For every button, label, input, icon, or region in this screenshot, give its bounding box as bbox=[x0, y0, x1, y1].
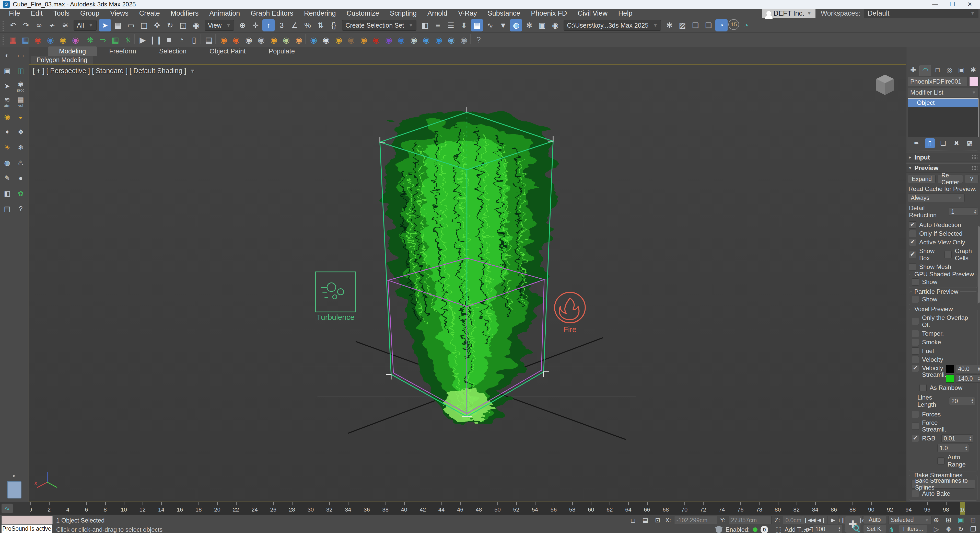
forces-checkbox[interactable] bbox=[912, 411, 919, 418]
dock-foliage-icon[interactable]: ✿ bbox=[15, 188, 26, 199]
show-end-result-icon[interactable]: ▯ bbox=[925, 138, 935, 148]
menu-item[interactable]: Edit bbox=[25, 10, 48, 18]
active-view-only-checkbox[interactable] bbox=[909, 239, 916, 246]
viewport[interactable]: [ + ] [ Perspective ] [ Standard ] [ Def… bbox=[29, 64, 906, 502]
open-folder-icon[interactable]: ▨ bbox=[676, 19, 689, 32]
temperature-checkbox[interactable] bbox=[912, 330, 919, 337]
dock-pick-icon[interactable]: ➤ bbox=[2, 81, 13, 92]
preset-blood-icon[interactable]: ◉ bbox=[370, 34, 382, 46]
spinner-snap-icon[interactable]: ⇅ bbox=[315, 19, 327, 32]
zoom-extents-icon[interactable]: ▣ bbox=[955, 515, 967, 524]
show-box-checkbox[interactable] bbox=[909, 251, 916, 258]
rgb-max-spinner[interactable]: 1.0 bbox=[937, 444, 969, 452]
unlink-selection-icon[interactable]: ≁ bbox=[46, 19, 58, 32]
plain-force-icon[interactable]: ⇒ bbox=[97, 34, 109, 46]
streamline-min-spinner[interactable]: 40.0 bbox=[956, 365, 980, 373]
workspace-select[interactable]: Default ▼ bbox=[864, 9, 978, 18]
auto-reduction-checkbox[interactable] bbox=[909, 221, 916, 228]
reference-coordinate-select[interactable]: View ▼ bbox=[205, 20, 234, 31]
percent-snap-icon[interactable]: % bbox=[301, 19, 314, 32]
menu-item[interactable]: Customize bbox=[341, 10, 385, 18]
spinner-arrows-icon[interactable] bbox=[974, 209, 977, 214]
expand-button[interactable]: Expand bbox=[908, 175, 935, 183]
field-of-view-icon[interactable]: ▷ bbox=[931, 525, 942, 533]
snaps-toggle-icon[interactable]: 3 bbox=[275, 19, 288, 32]
select-and-scale-icon[interactable]: ◱ bbox=[177, 19, 189, 32]
use-pivot-center-icon[interactable]: ⊕ bbox=[236, 19, 248, 32]
layer-explorer-icon[interactable]: ☰ bbox=[445, 19, 457, 32]
menu-item[interactable]: Arnold bbox=[422, 10, 453, 18]
menu-item[interactable]: Modifiers bbox=[165, 10, 204, 18]
streamline-end-color-swatch[interactable] bbox=[946, 375, 954, 383]
object-name-field[interactable]: PhoenixFDFire001 bbox=[908, 77, 968, 86]
preset-smoke-icon[interactable]: ◉ bbox=[243, 34, 255, 46]
utilities-tab[interactable]: ✱ bbox=[967, 65, 979, 75]
user-account-menu[interactable]: DEFT Inc. ▼ bbox=[762, 9, 816, 18]
mini-curve-editor-button[interactable]: ∿ bbox=[2, 504, 13, 513]
shield-icon[interactable] bbox=[715, 526, 722, 533]
keyboard-override-icon[interactable]: ↑ bbox=[262, 19, 275, 32]
stop-simulation-icon[interactable]: ■ bbox=[163, 34, 175, 46]
dock-half-icon[interactable]: ◧ bbox=[2, 188, 13, 199]
play-button[interactable]: ▶ bbox=[828, 516, 838, 524]
absolute-mode-icon[interactable]: ⊡ bbox=[653, 516, 662, 524]
preset-candle-icon[interactable]: ◉ bbox=[268, 34, 280, 46]
rectangular-selection-icon[interactable]: ▭ bbox=[125, 19, 137, 32]
preset-waterfall-icon[interactable]: ◉ bbox=[408, 34, 420, 46]
undo-icon[interactable]: ↶ bbox=[7, 19, 19, 32]
scene-converter-badge[interactable]: 15 bbox=[729, 19, 739, 30]
project-folder-select[interactable]: C:\Users\koy...3ds Max 2025 ▼ bbox=[563, 20, 661, 31]
menu-item[interactable]: Graph Editors bbox=[245, 10, 299, 18]
bind-to-space-warp-icon[interactable]: ≋ bbox=[59, 19, 71, 32]
fire-smoke-sim-icon[interactable]: ▦ bbox=[7, 34, 19, 46]
preset-waves-icon[interactable]: ◉ bbox=[433, 34, 445, 46]
fuel-checkbox[interactable] bbox=[912, 348, 919, 354]
select-and-link-icon[interactable]: ∞ bbox=[33, 19, 45, 32]
graph-cells-checkbox[interactable] bbox=[945, 251, 951, 258]
modifier-list-select[interactable]: Modifier List ▼ bbox=[908, 88, 978, 97]
previous-frame-button[interactable]: ◀❙ bbox=[816, 516, 827, 524]
particle-show-checkbox[interactable] bbox=[912, 296, 919, 303]
preset-fire-icon[interactable]: ◉ bbox=[218, 34, 230, 46]
named-selection-sets-icon[interactable]: {} bbox=[328, 19, 340, 32]
preview-rollout-header[interactable]: ▾ Preview bbox=[907, 163, 980, 172]
dock-volume-icon[interactable]: ▦ vol bbox=[15, 96, 26, 107]
detail-reduction-spinner[interactable]: 1 bbox=[949, 207, 978, 216]
frame-step-arrows-icon[interactable]: ◀▶ bbox=[804, 527, 811, 532]
grid-texture-icon[interactable]: ▦ bbox=[109, 34, 121, 46]
viewport-label[interactable]: [ + ] [ Perspective ] [ Standard ] [ Def… bbox=[33, 67, 186, 75]
render-setup-icon[interactable]: ✻ bbox=[523, 19, 535, 32]
angle-snap-icon[interactable]: ∠ bbox=[288, 19, 301, 32]
turbulence-helper-icon[interactable]: ❋ bbox=[84, 34, 96, 46]
remove-modifier-icon[interactable]: ✖ bbox=[951, 138, 962, 148]
help-button[interactable]: ? bbox=[965, 175, 978, 183]
select-object-icon[interactable]: ➤ bbox=[99, 19, 111, 32]
preset-honey-icon[interactable]: ◉ bbox=[358, 34, 370, 46]
rgb-min-spinner[interactable]: 0.01 bbox=[942, 434, 973, 442]
dope-sheet-icon[interactable]: ▼ bbox=[497, 19, 509, 32]
orbit-icon[interactable]: ↻ bbox=[955, 525, 967, 533]
spinner-arrows-icon[interactable] bbox=[838, 527, 841, 532]
liquid-source-icon[interactable]: ◉ bbox=[45, 34, 56, 46]
spinner-arrows-icon[interactable] bbox=[965, 445, 968, 451]
ribbon-tab[interactable]: Selection bbox=[148, 47, 197, 56]
panel-scrollbar[interactable] bbox=[978, 226, 980, 303]
menu-item[interactable]: Civil View bbox=[572, 10, 613, 18]
rgb-checkbox[interactable] bbox=[912, 435, 919, 442]
close-icon[interactable]: ✕ bbox=[963, 1, 977, 8]
restore-simulation-icon[interactable]: ◔ bbox=[175, 34, 188, 46]
dock-atmos-icon[interactable]: ≋ atm bbox=[2, 96, 13, 107]
menu-item[interactable]: Views bbox=[105, 10, 134, 18]
auto-range-checkbox[interactable] bbox=[937, 457, 945, 464]
pause-simulation-icon[interactable]: ❙❙ bbox=[149, 34, 162, 46]
select-and-move-icon[interactable]: ✥ bbox=[151, 19, 163, 32]
preset-fountain-icon[interactable]: ◉ bbox=[445, 34, 457, 46]
modify-tab[interactable]: ◠ bbox=[920, 65, 931, 76]
burst-helper-icon[interactable]: ✳ bbox=[122, 34, 134, 46]
preset-ship-icon[interactable]: ◉ bbox=[458, 34, 470, 46]
lines-length-spinner[interactable]: 20 bbox=[949, 397, 975, 405]
autobackup-clock-icon[interactable]: ◔ bbox=[740, 19, 752, 32]
isolate-toggle-icon[interactable]: ◔ bbox=[715, 19, 728, 32]
key-filters-icon[interactable]: ⋔ bbox=[889, 526, 894, 533]
x-coordinate-field[interactable]: -102.299cm bbox=[674, 516, 717, 524]
